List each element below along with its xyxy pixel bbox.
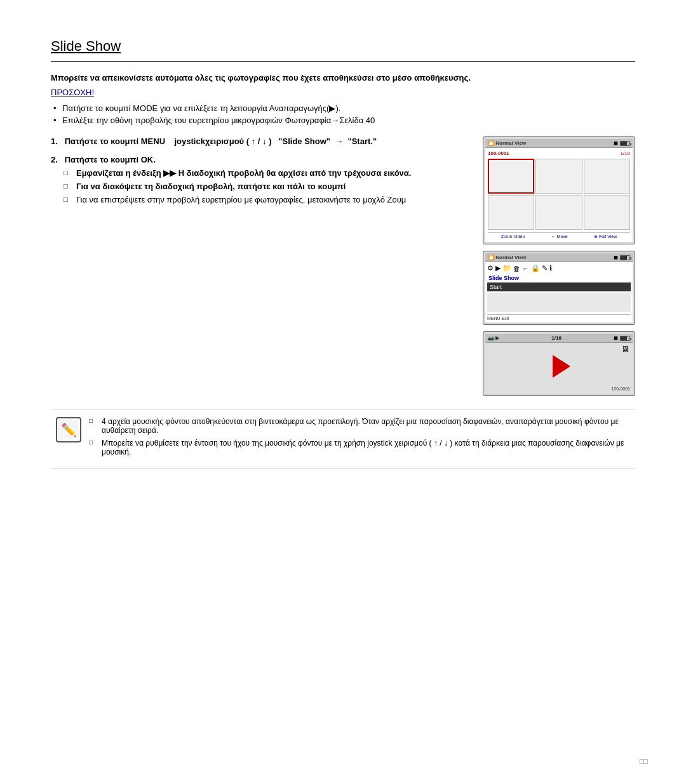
thumb-4	[488, 195, 534, 230]
step2-subbullets: Εμφανίζεται η ένδειξη ▶▶ Η διαδοχική προ…	[64, 168, 470, 204]
screen1-header: 🎦 Normal View ◼	[485, 139, 633, 148]
text-column: 1. Πατήστε το κουμπί MENU joystickχειρισ…	[51, 136, 470, 396]
screen-menu: 🎦 Normal View ◼ ⚙ ▶ 📁 🗑 ← 🔒 ✎	[483, 251, 635, 325]
battery-icon	[620, 141, 630, 146]
icon-video-small: ▶	[495, 335, 499, 341]
battery-icon-3	[620, 336, 630, 341]
icon-camera-small: 📷	[488, 335, 494, 341]
note-pencil-icon: ✏️	[61, 422, 77, 437]
screen2-icons: ⚙ ▶ 📁 🗑 ← 🔒 ✎ ℹ	[487, 264, 631, 272]
screen3-center	[488, 345, 630, 387]
screen1-counter: 100-0001 1/10	[488, 150, 630, 156]
thumb-1	[488, 159, 534, 194]
screen-thumbnail-grid: 🎦 Normal View ◼ 100-0001 1/10	[483, 136, 635, 244]
screen1-battery: ◼	[614, 140, 630, 146]
screen2-battery: ◼	[614, 255, 630, 260]
screen1-body: 100-0001 1/10 Zoom Video ← Move	[485, 148, 633, 242]
screen1-title: 🎦 Normal View	[488, 140, 526, 146]
battery-icon-2	[620, 255, 630, 260]
note-bullet-2: Μπορείτε να ρυθμίσετε την ένταση του ήχο…	[89, 439, 630, 456]
note-box: ✏️ 4 αρχεία μουσικής φόντου αποθηκεύοντα…	[51, 409, 635, 468]
icon-gear: ⚙	[487, 264, 494, 272]
screen2-body: ⚙ ▶ 📁 🗑 ← 🔒 ✎ ℹ Slide Show Start MENU	[485, 262, 633, 322]
note-content: 4 αρχεία μουσικής φόντου αποθηκεύονται σ…	[89, 417, 630, 460]
screen1-footer-zoom: Zoom Video	[501, 234, 525, 239]
menu-slideshow-label: Slide Show	[487, 275, 631, 281]
step2-text: 2. Πατήστε το κουμπί OK.	[51, 155, 470, 164]
screen1-footer: Zoom Video ← Move ⊕ Full View	[488, 232, 630, 239]
step-1: 1. Πατήστε το κουμπί MENU joystickχειρισ…	[51, 136, 470, 146]
page-number: □□	[640, 757, 648, 765]
note-bullets-list: 4 αρχεία μουσικής φόντου αποθηκεύονται σ…	[89, 417, 630, 456]
note-icon: ✏️	[56, 417, 81, 442]
screen3-counter-bottom: 100-0001	[488, 387, 630, 391]
icon-play: ▶	[495, 264, 501, 272]
screen2-header: 🎦 Normal View ◼	[485, 253, 633, 262]
screen1-footer-full: ⊕ Full View	[594, 234, 617, 239]
screen2-title: 🎦 Normal View	[488, 255, 526, 260]
screen3-header: 📷 ▶ 1/10 ◼	[485, 334, 633, 343]
screen3-counter-top: 1/10	[551, 335, 562, 341]
note-bullet-1: 4 αρχεία μουσικής φόντου αποθηκεύονται σ…	[89, 417, 630, 435]
icon-folder: 📁	[502, 264, 511, 272]
screen2-footer: MENU Exit	[487, 314, 631, 321]
screen3-icons-left: 📷 ▶	[488, 335, 499, 341]
step2-bullet-1: Εμφανίζεται η ένδειξη ▶▶ Η διαδοχική προ…	[64, 168, 470, 178]
prerequisite-item-1: Πατήστε το κουμπί MODE για να επιλέξετε …	[51, 103, 635, 113]
page-content: Slide Show Μπορείτε να απεικονίσετε αυτό…	[0, 0, 686, 507]
menu-start-row: Start	[487, 282, 631, 291]
screenshots-column: 🎦 Normal View ◼ 100-0001 1/10	[483, 136, 635, 396]
thumb-5	[535, 195, 582, 230]
icon-edit: ✎	[542, 264, 548, 272]
icon-protect: 🔒	[531, 264, 540, 272]
step2-bullet-3: Για να επιστρέψετε στην προβολή ευρετηρί…	[64, 195, 470, 204]
screen1-footer-move: ← Move	[551, 234, 568, 239]
icon-info: ℹ	[549, 264, 552, 272]
attention-link[interactable]: ΠΡΟΣΟΧΗ!	[51, 88, 635, 97]
thumb-2	[535, 159, 582, 194]
step1-text: 1. Πατήστε το κουμπί MENU joystickχειρισ…	[51, 136, 470, 146]
page-title: Slide Show	[51, 38, 635, 55]
prerequisites-list: Πατήστε το κουμπί MODE για να επιλέξετε …	[51, 103, 635, 125]
step-2: 2. Πατήστε το κουμπί OK. Εμφανίζεται η έ…	[51, 155, 470, 204]
intro-text: Μπορείτε να απεικονίσετε αυτόματα όλες τ…	[51, 73, 635, 83]
play-arrow-icon	[553, 355, 570, 378]
menu-body-empty	[487, 293, 631, 312]
thumb-6	[584, 195, 630, 230]
icon-trash: 🗑	[513, 265, 520, 272]
main-content: 1. Πατήστε το κουμπί MENU joystickχειρισ…	[51, 136, 635, 396]
thumb-3	[584, 159, 630, 194]
prerequisite-item-2: Επιλέξτε την οθόνη προβολής του ευρετηρί…	[51, 116, 635, 125]
screen3-battery: ◼	[614, 335, 630, 341]
icon-arrow-left: ←	[522, 265, 529, 272]
screen-playback: 📷 ▶ 1/10 ◼ 🖼 100-0001	[483, 331, 635, 396]
screen3-body: 🖼 100-0001	[485, 343, 633, 394]
title-section: Slide Show	[51, 38, 635, 62]
thumbnail-grid	[488, 159, 630, 230]
step2-bullet-2: Για να διακόψετε τη διαδοχική προβολή, π…	[64, 182, 470, 191]
